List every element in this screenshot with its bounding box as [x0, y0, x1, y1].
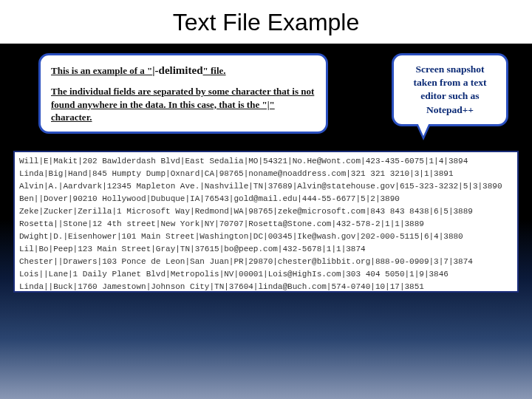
slide: Text File Example This is an example of …	[0, 0, 532, 399]
callout-left-line1-post: " file.	[203, 65, 226, 76]
text-editor-snapshot: Will|E|Makit|202 Bawlderdash Blvd|East S…	[13, 151, 519, 293]
callout-left: This is an example of a "|-delimited" fi…	[38, 53, 328, 134]
editor-line: Chester||Drawers|103 Ponce de Leon|San J…	[19, 256, 513, 268]
editor-line: Will|E|Makit|202 Bawlderdash Blvd|East S…	[19, 155, 513, 168]
editor-line: Dwight|D.|Eisenhower|101 Main Street|Was…	[19, 231, 513, 243]
callout-left-line1-delim: |-delimited	[152, 64, 202, 76]
callout-left-line1: This is an example of a "|-delimited" fi…	[51, 63, 316, 78]
callouts-layer: This is an example of a "|-delimited" fi…	[0, 47, 532, 143]
callout-left-line1-pre: This is an example of a "	[51, 65, 152, 76]
slide-title: Text File Example	[0, 4, 532, 44]
editor-line: Alvin|A.|Aardvark|12345 Mapleton Ave.|Na…	[19, 180, 513, 193]
editor-line: Rosetta||Stone|12 4th street|New York|NY…	[19, 218, 513, 231]
editor-line: Lois||Lane|1 Daily Planet Blvd|Metropoli…	[19, 268, 513, 281]
callout-right-text: Screen snapshot taken from a text editor…	[413, 64, 486, 115]
editor-line: Linda||Buck|1760 Jamestown|Johnson City|…	[19, 281, 513, 293]
editor-line: Linda|Big|Hand|845 Humpty Dump|Oxnard|CA…	[19, 168, 513, 180]
callout-right: Screen snapshot taken from a text editor…	[392, 53, 508, 126]
callout-left-para2: The individual fields are separated by s…	[51, 85, 316, 124]
editor-line: Lil|Bo|Peep|123 Main Street|Gray|TN|3761…	[19, 243, 513, 256]
editor-line: Ben||Dover|90210 Hollywood|Dubuque|IA|76…	[19, 193, 513, 205]
editor-line: Zeke|Zucker|Zerilla|1 Microsoft Way|Redm…	[19, 205, 513, 218]
